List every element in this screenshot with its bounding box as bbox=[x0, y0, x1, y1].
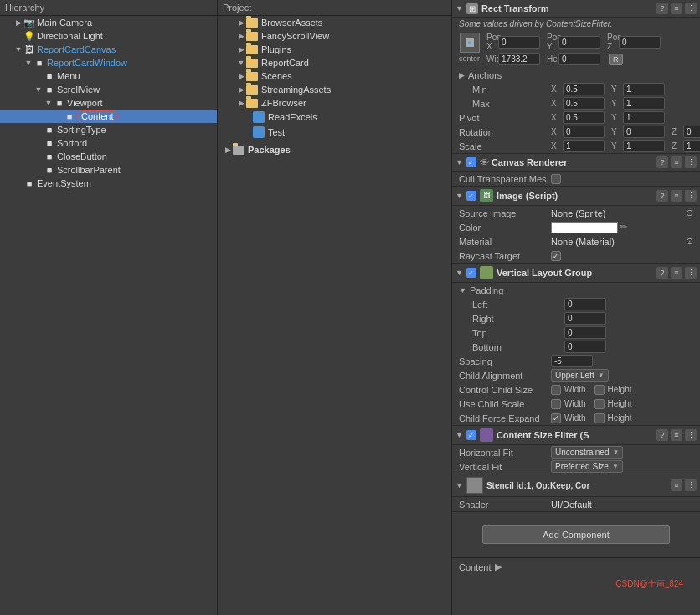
hierarchy-item-scrollview[interactable]: ▼ ■ ScrollView bbox=[0, 83, 217, 96]
padding-top-input[interactable] bbox=[564, 326, 606, 339]
use-child-scale-width-checkbox[interactable] bbox=[551, 399, 561, 409]
control-child-size-width-checkbox[interactable] bbox=[551, 385, 561, 395]
pivot-label: Pivot bbox=[459, 113, 551, 123]
project-item-test[interactable]: Test bbox=[218, 125, 451, 140]
min-x-input[interactable] bbox=[563, 83, 605, 95]
min-y-input[interactable] bbox=[623, 83, 665, 95]
rot-x-input[interactable] bbox=[563, 126, 605, 138]
project-item-browserassets[interactable]: ▶ BrowserAssets bbox=[218, 16, 451, 29]
raycast-target-checkbox[interactable] bbox=[551, 251, 561, 261]
section-settings-btn[interactable]: ≡ bbox=[671, 429, 682, 441]
width-input[interactable] bbox=[498, 53, 540, 65]
padding-right-row: Right bbox=[452, 311, 700, 325]
hierarchy-item-sortingtype[interactable]: ■ SortingType bbox=[0, 123, 217, 136]
hierarchy-item-sortord[interactable]: ■ Sortord bbox=[0, 136, 217, 150]
padding-left-input[interactable] bbox=[564, 298, 606, 310]
project-item-reportcard[interactable]: ▼ ReportCard bbox=[218, 56, 451, 69]
rot-z-input[interactable] bbox=[683, 126, 700, 138]
section-extra-btn[interactable]: ⋮ bbox=[685, 3, 697, 14]
hierarchy-item-eventsystem[interactable]: ■ EventSystem bbox=[0, 177, 217, 190]
section-info-btn[interactable]: ? bbox=[656, 156, 668, 168]
hierarchy-item-reportcardwindow[interactable]: ▼ ■ ReportCardWindow bbox=[0, 56, 217, 69]
height-input[interactable] bbox=[558, 53, 600, 65]
pivot-y-input[interactable] bbox=[623, 111, 665, 124]
r-button[interactable]: R bbox=[609, 54, 623, 65]
hierarchy-item-content[interactable]: ■ Content bbox=[0, 110, 217, 123]
hierarchy-item-viewport[interactable]: ▼ ■ Viewport bbox=[0, 96, 217, 110]
section-settings-btn[interactable]: ≡ bbox=[671, 479, 682, 491]
hierarchy-item-maincamera[interactable]: ▶ 📷 Main Camera bbox=[0, 16, 217, 29]
source-image-pick-btn[interactable]: ⊙ bbox=[686, 208, 693, 218]
section-settings-btn[interactable]: ≡ bbox=[671, 156, 682, 168]
max-x-input[interactable] bbox=[563, 97, 605, 110]
pos-y-input[interactable] bbox=[558, 36, 600, 49]
hierarchy-item-menu[interactable]: ■ Menu bbox=[0, 69, 217, 83]
project-item-fancyscrollview[interactable]: ▶ FancyScrollView bbox=[218, 29, 451, 43]
hierarchy-item-directionallight[interactable]: 💡 Directional Light bbox=[0, 29, 217, 43]
section-extra-btn[interactable]: ⋮ bbox=[685, 267, 697, 279]
scale-x-input[interactable] bbox=[563, 140, 605, 152]
canvas-renderer-section: ▼ ✓ 👁 Canvas Renderer ? ≡ ⋮ Cull Transpa… bbox=[452, 154, 700, 187]
horizontal-fit-dropdown[interactable]: Unconstrained ▼ bbox=[551, 446, 623, 459]
image-script-checkbox[interactable]: ✓ bbox=[466, 191, 476, 201]
project-item-scenes[interactable]: ▶ Scenes bbox=[218, 69, 451, 83]
use-child-scale-height-checkbox[interactable] bbox=[594, 399, 605, 409]
rect-transform-header[interactable]: ▼ ⊞ Rect Transform ? ≡ ⋮ bbox=[452, 0, 700, 18]
padding-right-input[interactable] bbox=[564, 312, 606, 325]
canvas-renderer-checkbox[interactable]: ✓ bbox=[466, 157, 476, 167]
spacing-input[interactable] bbox=[551, 355, 593, 367]
color-swatch[interactable] bbox=[551, 222, 618, 233]
section-info-btn[interactable]: ? bbox=[656, 429, 668, 441]
color-picker-btn[interactable]: ✏ bbox=[620, 222, 627, 233]
anchors-max-row: Max X Y bbox=[452, 96, 700, 110]
expand-arrow: ▶ bbox=[236, 32, 246, 40]
image-script-header[interactable]: ▼ ✓ 🖼 Image (Script) ? ≡ ⋮ bbox=[452, 187, 700, 206]
section-info-btn[interactable]: ? bbox=[656, 3, 668, 14]
control-child-size-row: Control Child Size Width Height bbox=[452, 382, 700, 397]
section-settings-btn[interactable]: ≡ bbox=[671, 190, 682, 202]
vertical-fit-dropdown[interactable]: Preferred Size ▼ bbox=[551, 460, 623, 473]
section-info-btn[interactable]: ? bbox=[656, 190, 668, 202]
add-component-button[interactable]: Add Component bbox=[482, 525, 670, 544]
vlg-checkbox[interactable]: ✓ bbox=[466, 268, 476, 278]
scale-y-input[interactable] bbox=[623, 140, 665, 152]
section-extra-btn[interactable]: ⋮ bbox=[685, 190, 697, 202]
section-settings-btn[interactable]: ≡ bbox=[671, 267, 682, 279]
rect-transform-icon: ⊞ bbox=[466, 3, 478, 14]
vertical-layout-group-header[interactable]: ➤ ▼ ✓ Vertical Layout Group ? ≡ ⋮ bbox=[452, 264, 700, 283]
pivot-x-input[interactable] bbox=[563, 111, 605, 124]
project-item-plugins[interactable]: ▶ Plugins bbox=[218, 43, 451, 56]
csf-checkbox[interactable]: ✓ bbox=[466, 430, 476, 440]
pos-z-input[interactable] bbox=[619, 36, 661, 49]
child-alignment-dropdown[interactable]: Upper Left ▼ bbox=[551, 369, 609, 382]
section-extra-btn[interactable]: ⋮ bbox=[685, 429, 697, 441]
anchor-widget[interactable] bbox=[460, 33, 480, 53]
project-item-streamingassets[interactable]: ▶ StreamingAssets bbox=[218, 83, 451, 96]
canvas-renderer-header[interactable]: ▼ ✓ 👁 Canvas Renderer ? ≡ ⋮ bbox=[452, 154, 700, 172]
padding-bottom-input[interactable] bbox=[564, 341, 606, 353]
content-size-fitter-header[interactable]: ➤ ▼ ✓ Content Size Filter (S ? ≡ ⋮ bbox=[452, 426, 700, 445]
rot-y-input[interactable] bbox=[623, 126, 665, 138]
hierarchy-item-closebutton[interactable]: ■ CloseButton bbox=[0, 150, 217, 163]
stencil-header[interactable]: ▼ Stencil Id:1, Op:Keep, Cor ≡ ⋮ bbox=[452, 474, 700, 497]
anchor-label: center bbox=[459, 54, 480, 63]
max-y-input[interactable] bbox=[623, 97, 665, 110]
section-extra-btn[interactable]: ⋮ bbox=[685, 156, 697, 168]
expand-icon: ▼ bbox=[456, 481, 463, 489]
scale-z-input[interactable] bbox=[683, 140, 700, 152]
pos-x-input[interactable] bbox=[498, 36, 540, 49]
material-pick-btn[interactable]: ⊙ bbox=[686, 236, 693, 247]
hierarchy-item-scrollbarparent[interactable]: ■ ScrollbarParent bbox=[0, 163, 217, 177]
project-item-zfbrowser[interactable]: ▶ ZFBrowser bbox=[218, 96, 451, 110]
project-item-packages[interactable]: ▶ Packages bbox=[218, 143, 451, 156]
child-force-expand-width-checkbox[interactable] bbox=[551, 413, 561, 423]
child-force-expand-height-checkbox[interactable] bbox=[594, 413, 605, 423]
section-info-btn[interactable]: ? bbox=[656, 267, 668, 279]
project-item-readexcels[interactable]: ReadExcels bbox=[218, 110, 451, 125]
hierarchy-item-reportcardcanvas[interactable]: ▼ 🖼 ReportCardCanvas bbox=[0, 43, 217, 56]
cull-transparent-checkbox[interactable] bbox=[551, 174, 561, 184]
padding-bottom-row: Bottom bbox=[452, 340, 700, 354]
control-child-size-height-checkbox[interactable] bbox=[594, 385, 605, 395]
section-settings-btn[interactable]: ≡ bbox=[671, 3, 682, 14]
section-extra-btn[interactable]: ⋮ bbox=[685, 479, 697, 491]
